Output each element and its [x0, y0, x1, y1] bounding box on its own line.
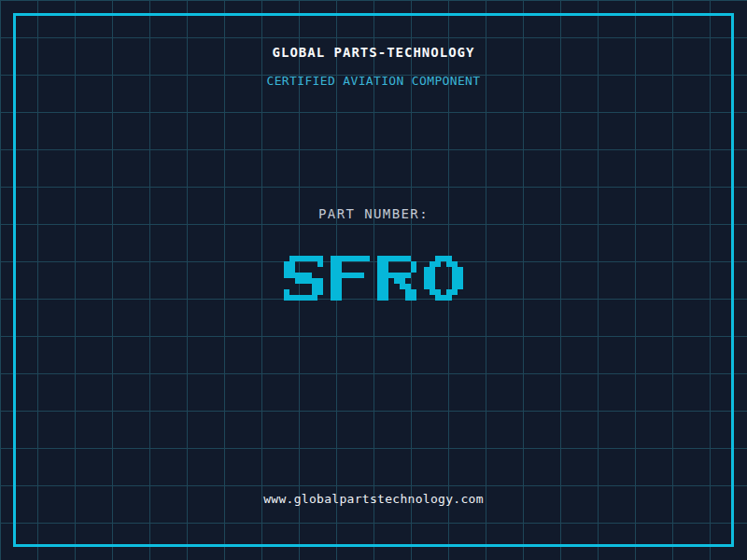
part-number-display	[0, 254, 747, 302]
pixel-letter-F	[331, 254, 370, 302]
certification-line: CERTIFIED AVIATION COMPONENT	[0, 75, 747, 88]
company-name: GLOBAL PARTS-TECHNOLOGY	[0, 46, 747, 59]
certificate-page: { "header": { "company_name": "GLOBAL PA…	[0, 0, 747, 560]
website-url: www.globalpartstechnology.com	[0, 493, 747, 506]
pixel-letter-O	[424, 254, 463, 302]
pixel-letter-R	[377, 254, 416, 302]
part-number-label: PART NUMBER:	[0, 207, 747, 220]
pixel-letter-S	[284, 254, 323, 302]
